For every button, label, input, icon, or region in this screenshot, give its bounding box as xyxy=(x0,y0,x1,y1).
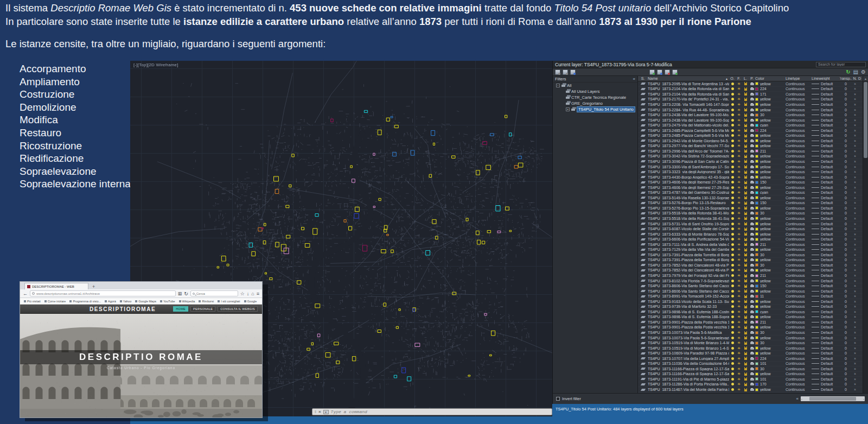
settings-gear-icon[interactable]: ⚙ xyxy=(861,69,866,75)
printer-icon[interactable] xyxy=(750,249,754,251)
sun-freeze-icon[interactable]: ☀ xyxy=(737,232,741,236)
refresh-icon[interactable]: ↻ xyxy=(846,69,850,75)
unlock-icon[interactable] xyxy=(744,353,747,355)
toggle-lock-cell[interactable] xyxy=(742,191,749,194)
toggle-lock-cell[interactable] xyxy=(742,98,749,101)
unlock-icon[interactable] xyxy=(744,202,747,205)
layer-states-manager-button[interactable] xyxy=(570,69,576,75)
toggle-lock-cell[interactable] xyxy=(742,269,749,272)
sun-freeze-icon[interactable]: ☀ xyxy=(737,377,741,381)
vp-freeze-icon[interactable]: × xyxy=(852,258,858,262)
layer-row[interactable]: TS4PU_1873-5731-Via di Sant Onofrio 19-S… xyxy=(638,222,863,227)
layer-color-cell[interactable]: yellow xyxy=(755,154,786,158)
printer-icon[interactable] xyxy=(750,130,754,132)
toggle-lock-cell[interactable] xyxy=(742,253,749,256)
toggle-plot-cell[interactable] xyxy=(749,280,755,282)
toggle-on-cell[interactable] xyxy=(729,372,736,375)
toggle-plot-cell[interactable] xyxy=(749,238,755,241)
bulb-on-icon[interactable] xyxy=(731,223,734,225)
bulb-on-icon[interactable] xyxy=(731,217,734,220)
vertical-scroll-thumb[interactable] xyxy=(864,82,867,158)
bulb-on-icon[interactable] xyxy=(731,170,734,173)
toggle-lock-cell[interactable] xyxy=(742,129,749,132)
printer-icon[interactable] xyxy=(750,378,754,381)
toggle-lock-cell[interactable] xyxy=(742,331,749,334)
layer-color-cell[interactable]: 211 xyxy=(755,320,786,324)
layer-row[interactable]: TS4PU_1873-3323_via degli Avignonesi 35 … xyxy=(638,169,863,175)
sun-freeze-icon[interactable]: ☀ xyxy=(737,134,741,137)
color-swatch[interactable] xyxy=(755,284,758,288)
layer-color-cell[interactable]: yellow xyxy=(755,372,786,376)
layer-row[interactable]: TS4PU_1873-6606-Via della Purificazione … xyxy=(638,237,863,242)
vp-freeze-icon[interactable]: × xyxy=(852,227,858,231)
sun-freeze-icon[interactable]: ☀ xyxy=(737,201,741,205)
unlock-icon[interactable] xyxy=(744,321,747,324)
layer-row[interactable]: TS4PU_1873-10707-Via della Lungara 27-Am… xyxy=(638,356,863,362)
layer-color-cell[interactable]: yellow xyxy=(755,144,786,148)
bulb-on-icon[interactable] xyxy=(731,357,734,360)
toggle-lock-cell[interactable] xyxy=(742,263,749,267)
bulb-on-icon[interactable] xyxy=(731,83,734,85)
layer-row[interactable]: TS4PU_1873-2438-Via del Lavatore 99-100-… xyxy=(638,112,863,118)
toggle-freeze-cell[interactable]: ☀ xyxy=(736,382,742,386)
toggle-on-cell[interactable] xyxy=(729,155,736,157)
layer-color-cell[interactable]: 171 xyxy=(755,92,786,96)
vp-freeze-icon[interactable]: × xyxy=(852,170,858,174)
layer-color-cell[interactable]: 150 xyxy=(755,201,786,205)
toggle-lock-cell[interactable] xyxy=(742,258,749,262)
sun-freeze-icon[interactable]: ☀ xyxy=(737,222,741,226)
toggle-plot-cell[interactable] xyxy=(749,87,755,90)
unlock-icon[interactable] xyxy=(744,239,747,241)
printer-icon[interactable] xyxy=(750,181,754,183)
toggle-lock-cell[interactable] xyxy=(742,284,749,288)
toggle-lock-cell[interactable] xyxy=(742,160,749,163)
layer-color-cell[interactable]: 30 xyxy=(755,341,786,345)
toggle-plot-cell[interactable] xyxy=(749,150,755,153)
layer-row[interactable]: TS4PU_1873-9739-Via di Marforio 32-33☀ye… xyxy=(638,305,863,310)
bulb-on-icon[interactable] xyxy=(731,274,734,277)
unlock-icon[interactable] xyxy=(744,130,747,132)
toggle-freeze-cell[interactable]: ☀ xyxy=(736,377,742,381)
toggle-on-cell[interactable] xyxy=(729,103,736,106)
vp-freeze-icon[interactable]: × xyxy=(852,191,858,194)
unlock-icon[interactable] xyxy=(744,233,747,236)
toggle-lock-cell[interactable] xyxy=(742,383,749,386)
color-swatch[interactable] xyxy=(755,82,758,85)
unlock-icon[interactable] xyxy=(744,249,747,251)
sun-freeze-icon[interactable]: ☀ xyxy=(737,268,741,272)
bulb-on-icon[interactable] xyxy=(731,311,734,313)
layer-row[interactable]: TS4PU_1873-6333-Via di Monte Brianzo 78-… xyxy=(638,232,863,237)
toggle-plot-cell[interactable] xyxy=(749,258,755,261)
layer-color-cell[interactable]: cyan xyxy=(755,310,786,314)
bulb-on-icon[interactable] xyxy=(731,280,734,282)
layer-row[interactable]: TS4PU_1873-7979-Via dei Foraggi 92-via d… xyxy=(638,273,863,279)
layer-color-cell[interactable]: yellow xyxy=(755,196,786,200)
toggle-on-cell[interactable] xyxy=(729,150,736,153)
sun-freeze-icon[interactable]: ☀ xyxy=(737,279,741,283)
toggle-freeze-cell[interactable]: ☀ xyxy=(736,351,742,355)
color-swatch[interactable] xyxy=(755,279,758,282)
bulb-on-icon[interactable] xyxy=(731,140,734,142)
unlock-icon[interactable] xyxy=(744,337,747,339)
layer-row[interactable]: TS4PU_1873-11036-Via della Consolazione … xyxy=(638,362,863,367)
toggle-on-cell[interactable] xyxy=(729,357,736,360)
bulb-on-icon[interactable] xyxy=(731,124,734,126)
printer-icon[interactable] xyxy=(750,368,754,370)
bulb-on-icon[interactable] xyxy=(731,150,734,153)
layer-row[interactable]: TS4PU_1873-2095-Via di Torre Argentina 1… xyxy=(638,81,863,87)
toggle-freeze-cell[interactable]: ☀ xyxy=(736,279,742,283)
vp-freeze-icon[interactable]: × xyxy=(852,305,858,308)
toggle-plot-cell[interactable] xyxy=(749,144,755,147)
toggle-plot-cell[interactable] xyxy=(749,383,755,385)
sun-freeze-icon[interactable]: ☀ xyxy=(737,274,741,277)
sun-freeze-icon[interactable]: ☀ xyxy=(737,294,741,298)
toggle-on-cell[interactable] xyxy=(729,113,736,116)
bulb-on-icon[interactable] xyxy=(731,290,734,293)
bulb-on-icon[interactable] xyxy=(731,119,734,122)
layer-color-cell[interactable]: yellow xyxy=(755,300,786,303)
layer-row[interactable]: TS4PU_1873-9901-Piazza della Posta vecch… xyxy=(638,320,863,325)
vp-freeze-icon[interactable]: × xyxy=(852,279,858,283)
toggle-plot-cell[interactable] xyxy=(749,290,755,293)
unlock-icon[interactable] xyxy=(744,125,747,127)
unlock-icon[interactable] xyxy=(744,290,747,293)
